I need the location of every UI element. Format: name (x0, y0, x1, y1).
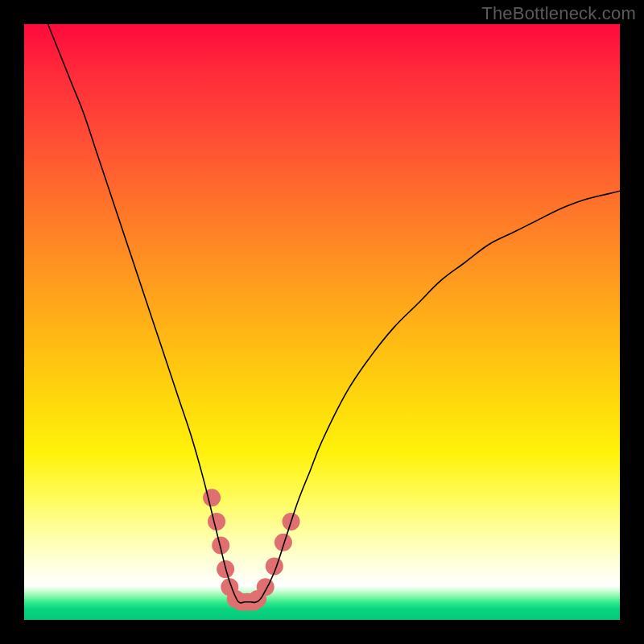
chart-frame: TheBottleneck.com (0, 0, 644, 644)
highlight-dot (212, 537, 229, 555)
watermark-text: TheBottleneck.com (481, 3, 636, 24)
curve-layer (24, 24, 620, 620)
highlight-dot (208, 513, 225, 530)
plot-area (24, 24, 620, 620)
highlight-dot (257, 578, 275, 596)
highlight-dot (275, 534, 292, 551)
highlight-dots-group (203, 489, 299, 611)
bottleneck-curve (48, 24, 620, 603)
highlight-dot (203, 489, 221, 506)
